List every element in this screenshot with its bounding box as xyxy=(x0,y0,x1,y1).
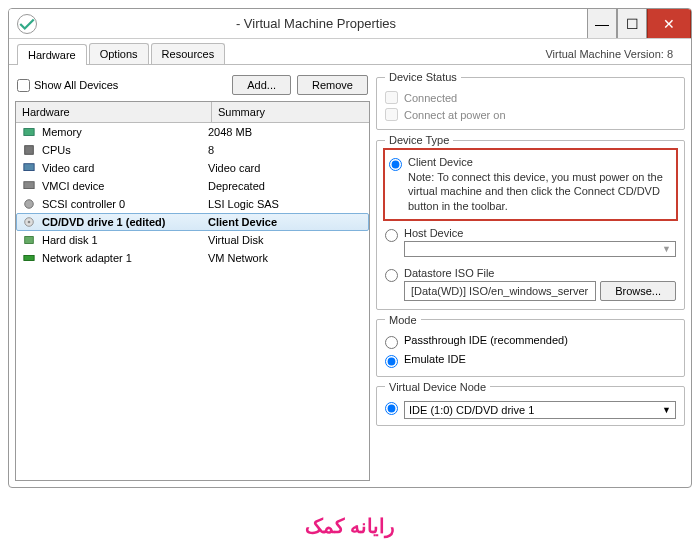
hardware-table-header: Hardware Summary xyxy=(16,102,369,123)
panel-row: Show All Devices Add... Remove Hardware … xyxy=(9,65,691,487)
passthrough-radio[interactable]: Passthrough IDE (recommended) xyxy=(385,332,676,351)
device-summary: LSI Logic SAS xyxy=(208,198,365,210)
svg-point-6 xyxy=(28,221,31,224)
col-hardware[interactable]: Hardware xyxy=(16,102,212,122)
device-status-group: Device Status Connected Connect at power… xyxy=(376,71,685,130)
col-summary[interactable]: Summary xyxy=(212,102,369,122)
emulate-radio[interactable]: Emulate IDE xyxy=(385,351,676,370)
svg-rect-8 xyxy=(24,255,34,260)
device-icon xyxy=(20,233,38,247)
device-name: CPUs xyxy=(42,144,71,156)
hardware-table: Hardware Summary Memory2048 MBCPUs8Video… xyxy=(15,101,370,481)
device-summary: 8 xyxy=(208,144,365,156)
vdn-legend: Virtual Device Node xyxy=(385,381,490,393)
connected-input xyxy=(385,91,398,104)
svg-rect-3 xyxy=(24,182,34,189)
titlebar: - Virtual Machine Properties — ☐ ✕ xyxy=(9,9,691,39)
client-device-note: Note: To connect this device, you must p… xyxy=(408,170,672,213)
show-all-devices-input[interactable] xyxy=(17,79,30,92)
tab-hardware[interactable]: Hardware xyxy=(17,44,87,65)
tab-resources[interactable]: Resources xyxy=(151,43,226,64)
left-toolbar: Show All Devices Add... Remove xyxy=(15,71,370,101)
passthrough-label: Passthrough IDE (recommended) xyxy=(404,334,568,346)
device-summary: 2048 MB xyxy=(208,126,365,138)
datastore-iso-input[interactable] xyxy=(385,269,398,282)
window-buttons: — ☐ ✕ xyxy=(587,9,691,38)
browse-button[interactable]: Browse... xyxy=(600,281,676,301)
client-device-input[interactable] xyxy=(389,158,402,171)
vdn-combo[interactable]: IDE (1:0) CD/DVD drive 1 ▼ xyxy=(404,401,676,419)
emulate-input[interactable] xyxy=(385,355,398,368)
tab-options[interactable]: Options xyxy=(89,43,149,64)
device-name: Video card xyxy=(42,162,94,174)
tabs-bar: Hardware Options Resources Virtual Machi… xyxy=(9,39,691,65)
remove-button[interactable]: Remove xyxy=(297,75,368,95)
mode-legend: Mode xyxy=(385,314,421,326)
add-button[interactable]: Add... xyxy=(232,75,291,95)
device-name: Hard disk 1 xyxy=(42,234,98,246)
device-icon xyxy=(20,215,38,229)
close-button[interactable]: ✕ xyxy=(647,9,691,38)
table-row[interactable]: Hard disk 1Virtual Disk xyxy=(16,231,369,249)
device-icon xyxy=(20,125,38,139)
vdn-radio[interactable] xyxy=(385,402,398,415)
host-device-body: Host Device ▼ xyxy=(404,227,676,257)
client-device-body: Client Device Note: To connect this devi… xyxy=(408,156,672,213)
host-device-title: Host Device xyxy=(404,227,676,239)
table-row[interactable]: Memory2048 MB xyxy=(16,123,369,141)
device-name: Network adapter 1 xyxy=(42,252,132,264)
device-summary: Client Device xyxy=(208,216,365,228)
table-row[interactable]: CPUs8 xyxy=(16,141,369,159)
left-panel: Show All Devices Add... Remove Hardware … xyxy=(15,71,370,481)
device-name: VMCI device xyxy=(42,180,104,192)
svg-rect-0 xyxy=(24,129,34,136)
host-device-radio[interactable]: Host Device ▼ xyxy=(385,225,676,259)
connected-label: Connected xyxy=(404,92,457,104)
device-summary: Video card xyxy=(208,162,365,174)
host-device-combo[interactable]: ▼ xyxy=(404,241,676,257)
svg-point-4 xyxy=(25,200,34,209)
device-icon xyxy=(20,179,38,193)
datastore-iso-body: Datastore ISO File [Data(WD)] ISO/en_win… xyxy=(404,267,676,301)
svg-rect-7 xyxy=(25,237,34,244)
iso-path-field[interactable]: [Data(WD)] ISO/en_windows_server xyxy=(404,281,596,301)
table-row[interactable]: CD/DVD drive 1 (edited)Client Device xyxy=(16,213,369,231)
iso-row: [Data(WD)] ISO/en_windows_server Browse.… xyxy=(404,281,676,301)
vdn-row: IDE (1:0) CD/DVD drive 1 ▼ xyxy=(385,399,676,419)
svg-rect-2 xyxy=(24,164,34,171)
footer-logo: رایانه کمک xyxy=(0,514,700,538)
device-summary: VM Network xyxy=(208,252,365,264)
vm-version-label: Virtual Machine Version: 8 xyxy=(545,48,683,60)
svg-rect-1 xyxy=(25,146,34,155)
table-row[interactable]: Video cardVideo card xyxy=(16,159,369,177)
connect-at-power-on-label: Connect at power on xyxy=(404,109,506,121)
device-summary: Virtual Disk xyxy=(208,234,365,246)
table-row[interactable]: Network adapter 1VM Network xyxy=(16,249,369,267)
window-title: - Virtual Machine Properties xyxy=(45,16,587,31)
minimize-button[interactable]: — xyxy=(587,9,617,38)
virtual-device-node-group: Virtual Device Node IDE (1:0) CD/DVD dri… xyxy=(376,381,685,426)
connected-checkbox[interactable]: Connected xyxy=(385,89,676,106)
client-device-radio[interactable]: Client Device Note: To connect this devi… xyxy=(389,154,672,215)
vm-properties-window: - Virtual Machine Properties — ☐ ✕ Hardw… xyxy=(8,8,692,488)
hardware-rows: Memory2048 MBCPUs8Video cardVideo cardVM… xyxy=(16,123,369,267)
table-row[interactable]: VMCI deviceDeprecated xyxy=(16,177,369,195)
connect-at-power-on-checkbox[interactable]: Connect at power on xyxy=(385,106,676,123)
passthrough-input[interactable] xyxy=(385,336,398,349)
maximize-button[interactable]: ☐ xyxy=(617,9,647,38)
app-icon xyxy=(17,14,37,34)
vdn-value: IDE (1:0) CD/DVD drive 1 xyxy=(409,404,534,416)
host-device-input[interactable] xyxy=(385,229,398,242)
datastore-iso-radio[interactable]: Datastore ISO File [Data(WD)] ISO/en_win… xyxy=(385,265,676,303)
device-icon xyxy=(20,161,38,175)
device-icon xyxy=(20,197,38,211)
device-summary: Deprecated xyxy=(208,180,365,192)
show-all-devices-checkbox[interactable]: Show All Devices xyxy=(17,79,226,92)
client-device-title: Client Device xyxy=(408,156,672,168)
connect-at-power-on-input xyxy=(385,108,398,121)
device-name: CD/DVD drive 1 (edited) xyxy=(42,216,165,228)
device-icon xyxy=(20,143,38,157)
emulate-label: Emulate IDE xyxy=(404,353,466,365)
device-name: Memory xyxy=(42,126,82,138)
table-row[interactable]: SCSI controller 0LSI Logic SAS xyxy=(16,195,369,213)
